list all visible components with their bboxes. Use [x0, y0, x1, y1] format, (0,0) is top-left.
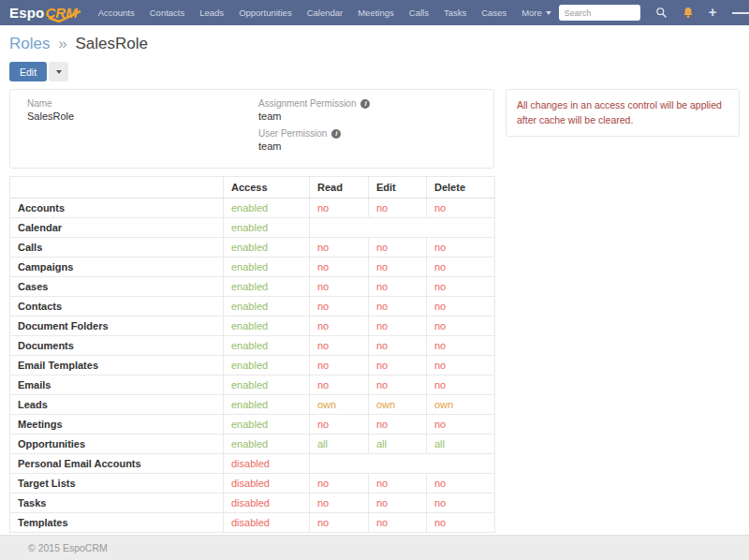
header-delete: Delete	[427, 177, 495, 199]
scope-cell: Emails	[10, 376, 224, 395]
scope-cell: Cases	[10, 277, 224, 297]
nav-item-calls[interactable]: Calls	[402, 0, 436, 25]
edit-cell: no	[369, 356, 427, 376]
table-row: Target Listsdisablednonono	[10, 474, 495, 494]
nav-item-meetings[interactable]: Meetings	[350, 0, 402, 25]
access-cell: enabled	[224, 258, 310, 277]
scope-cell: Calls	[10, 238, 224, 258]
edit-cell: no	[369, 258, 427, 277]
actions-dropdown-button[interactable]	[49, 62, 68, 81]
edit-cell: no	[369, 513, 427, 533]
info-icon[interactable]: i	[331, 129, 341, 139]
access-cell: enabled	[224, 218, 310, 238]
breadcrumb: Roles » SalesRole	[9, 35, 740, 53]
nav-item-accounts[interactable]: Accounts	[91, 0, 142, 25]
nav-item-cases[interactable]: Cases	[474, 0, 514, 25]
info-icon[interactable]: i	[360, 99, 370, 109]
access-cell: enabled	[224, 395, 310, 415]
toolbar: Edit	[9, 62, 740, 81]
scope-cell: Campaigns	[10, 258, 224, 277]
table-row: Email Templatesenablednonono	[10, 356, 495, 376]
read-cell: all	[310, 435, 369, 454]
delete-cell: no	[427, 474, 495, 494]
read-cell: no	[310, 277, 369, 297]
nav-more-label: More	[521, 7, 542, 18]
access-table: Access Read Edit Delete Accountsenabledn…	[9, 176, 495, 533]
edit-cell: no	[369, 199, 427, 218]
access-cell: enabled	[224, 356, 310, 376]
name-label: Name	[27, 98, 258, 109]
access-cell: enabled	[224, 317, 310, 336]
access-cell: enabled	[224, 199, 310, 218]
edit-cell: no	[369, 415, 427, 435]
access-cell: enabled	[224, 435, 310, 454]
cache-notice-panel: All changes in an access control will be…	[506, 89, 740, 137]
nav-item-tasks[interactable]: Tasks	[436, 0, 474, 25]
read-cell: no	[310, 494, 369, 513]
quick-create-plus-icon[interactable]: +	[709, 5, 717, 19]
edit-cell: no	[369, 238, 427, 258]
delete-cell: no	[427, 356, 495, 376]
nav-item-contacts[interactable]: Contacts	[142, 0, 193, 25]
chevron-down-icon	[546, 11, 551, 15]
edit-cell: no	[369, 317, 427, 336]
field-name: Name SalesRole	[27, 98, 258, 122]
scope-cell: Personal Email Accounts	[10, 454, 224, 474]
table-row: Meetingsenablednonono	[10, 415, 495, 435]
edit-button[interactable]: Edit	[9, 62, 47, 81]
header-read: Read	[310, 177, 369, 199]
assignment-permission-value: team	[258, 111, 477, 122]
delete-cell: own	[427, 395, 495, 415]
table-row: Leadsenabledownownown	[10, 395, 495, 415]
access-cell: enabled	[224, 415, 310, 435]
delete-cell: no	[427, 336, 495, 356]
table-row: Document Foldersenablednonono	[10, 317, 495, 336]
search-icon[interactable]	[655, 7, 668, 19]
read-cell: own	[310, 395, 369, 415]
read-cell: no	[310, 376, 369, 395]
delete-cell: no	[427, 199, 495, 218]
search-input[interactable]	[559, 5, 640, 21]
delete-cell: no	[427, 494, 495, 513]
breadcrumb-roles-link[interactable]: Roles	[9, 35, 50, 52]
nav-item-leads[interactable]: Leads	[192, 0, 231, 25]
access-cell: enabled	[224, 336, 310, 356]
nav-item-more[interactable]: More	[514, 0, 559, 25]
table-row: Casesenablednonono	[10, 277, 495, 297]
menu-hamburger-icon[interactable]	[732, 10, 749, 15]
edit-cell: no	[369, 474, 427, 494]
breadcrumb-separator: »	[58, 35, 66, 52]
delete-cell: no	[427, 258, 495, 277]
scope-cell: Accounts	[10, 199, 224, 218]
table-row: Emailsenablednonono	[10, 376, 495, 395]
read-cell: no	[310, 336, 369, 356]
scope-cell: Opportunities	[10, 435, 224, 454]
page-footer: © 2015 EspoCRM	[0, 535, 749, 560]
logo-swoosh-icon	[48, 10, 81, 22]
table-row: Tasksdisablednonono	[10, 494, 495, 513]
field-assignment-permission: Assignment Permission i team	[258, 98, 477, 122]
read-cell: no	[310, 474, 369, 494]
navbar-menu: AccountsContactsLeadsOpportunitiesCalend…	[91, 0, 514, 25]
access-table-body: AccountsenablednononoCalendarenabledCall…	[10, 199, 495, 533]
table-row: Opportunitiesenabledallallall	[10, 435, 495, 454]
read-cell: no	[310, 415, 369, 435]
access-cell: enabled	[224, 277, 310, 297]
access-cell: disabled	[224, 513, 310, 533]
name-value: SalesRole	[27, 111, 258, 122]
table-row: Accountsenablednonono	[10, 199, 495, 218]
scope-cell: Contacts	[10, 297, 224, 317]
read-cell: no	[310, 238, 369, 258]
chevron-down-icon	[56, 70, 62, 74]
access-cell: disabled	[224, 494, 310, 513]
edit-cell: own	[369, 395, 427, 415]
scope-cell: Templates	[10, 513, 224, 533]
scope-cell: Leads	[10, 395, 224, 415]
nav-item-opportunities[interactable]: Opportunities	[231, 0, 300, 25]
table-row: Documentsenablednonono	[10, 336, 495, 356]
delete-cell: no	[427, 415, 495, 435]
notifications-bell-icon[interactable]	[683, 7, 694, 19]
read-cell: no	[310, 258, 369, 277]
espocrm-logo[interactable]: Espo CRM	[9, 5, 78, 21]
nav-item-calendar[interactable]: Calendar	[300, 0, 351, 25]
